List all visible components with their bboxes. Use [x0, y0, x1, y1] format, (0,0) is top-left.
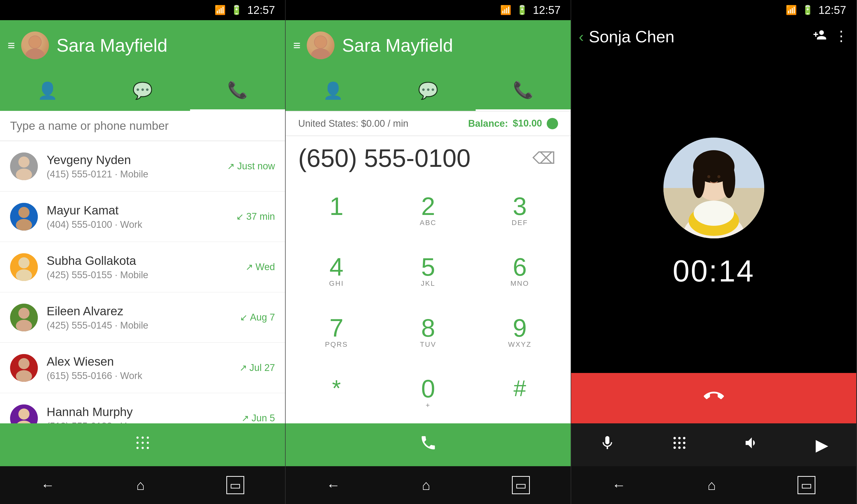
svg-point-1: [26, 48, 45, 59]
arrow-eileen: ↙: [240, 312, 248, 323]
dial-key-star[interactable]: *: [291, 363, 382, 423]
signal-icon: 📶: [215, 5, 226, 15]
header-avatar-1[interactable]: [21, 32, 49, 59]
tab-phone-1[interactable]: 📞: [190, 70, 285, 111]
svg-point-39: [723, 163, 735, 198]
back-to-calls-btn[interactable]: ‹: [579, 28, 584, 45]
letters-5: JKL: [421, 280, 435, 288]
dial-key-hash[interactable]: #: [474, 363, 566, 423]
call-avatar-sonja: [663, 138, 764, 238]
dial-key-3[interactable]: 3 DEF: [474, 180, 566, 241]
delete-button[interactable]: ⌫: [530, 146, 558, 170]
time-3: 12:57: [819, 4, 846, 16]
contact-info-mayur: Mayur Kamat (404) 555-0100 · Work: [47, 203, 236, 230]
call-top-bar: ‹ Sonja Chen ⋮: [571, 20, 856, 53]
status-bar-2: 📶 🔋 12:57: [286, 0, 571, 20]
digit-2: 2: [421, 194, 435, 219]
svg-point-48: [678, 442, 681, 444]
tab-bar-1: 👤 💬 📞: [0, 70, 285, 111]
call-item-yevgeny[interactable]: Yevgeny Nyden (415) 555-0121 · Mobile ↗ …: [0, 141, 285, 191]
svg-point-16: [18, 358, 30, 369]
tab-phone-2[interactable]: 📞: [476, 70, 571, 111]
panel-recent-calls: 📶 🔋 12:57 ≡ Sara Mayfield 👤 💬 📞: [0, 0, 286, 504]
svg-point-46: [683, 437, 686, 439]
search-input-1[interactable]: [10, 119, 275, 133]
call-icon-2: [419, 434, 437, 456]
dial-key-7[interactable]: 7 PQRS: [291, 302, 382, 363]
digit-4: 4: [330, 254, 343, 280]
time-subha: Wed: [256, 262, 275, 272]
call-item-subha[interactable]: Subha Gollakota (425) 555-0155 · Mobile …: [0, 242, 285, 292]
end-call-icon[interactable]: [704, 386, 724, 411]
back-nav-2[interactable]: ←: [326, 477, 340, 493]
tab-contacts-1[interactable]: 👤: [0, 70, 95, 111]
call-item-eileen[interactable]: Eileen Alvarez (425) 555-0145 · Mobile ↙…: [0, 292, 285, 343]
dialed-number: (650) 555-0100: [298, 144, 530, 173]
call-item-hannah[interactable]: Hannah Murphy (513) 555-0188 · Home ↗ Ju…: [0, 393, 285, 423]
dialer-info-bar: United States: $0.00 / min Balance: $10.…: [286, 111, 571, 136]
tab-messages-1[interactable]: 💬: [95, 70, 190, 111]
digit-5: 5: [421, 254, 435, 280]
call-item-mayur[interactable]: Mayur Kamat (404) 555-0100 · Work ↙ 37 m…: [0, 191, 285, 242]
contact-detail-eileen: (425) 555-0145 · Mobile: [47, 320, 240, 331]
dialpad-fab-1[interactable]: [0, 423, 285, 466]
phone-icon-tab-2: 📞: [513, 80, 533, 100]
end-call-bar[interactable]: [571, 373, 856, 423]
svg-point-52: [683, 447, 686, 449]
contact-info-subha: Subha Gollakota (425) 555-0155 · Mobile: [47, 254, 246, 281]
letters-0: +: [426, 401, 431, 410]
dial-key-4[interactable]: 4 GHI: [291, 241, 382, 302]
contact-detail-subha: (425) 555-0155 · Mobile: [47, 270, 246, 281]
recents-nav-1[interactable]: ▭: [226, 476, 244, 494]
avatar-subha: [10, 253, 38, 281]
chevron-right-icon[interactable]: ▶: [816, 435, 828, 454]
svg-point-14: [16, 320, 32, 331]
call-item-alex[interactable]: Alex Wiesen (615) 555-0166 · Work ↗ Jul …: [0, 343, 285, 393]
tab-contacts-2[interactable]: 👤: [286, 70, 381, 111]
dial-key-2[interactable]: 2 ABC: [382, 180, 474, 241]
add-contact-call-icon[interactable]: [813, 28, 827, 45]
svg-point-5: [16, 169, 32, 180]
svg-point-49: [683, 442, 686, 444]
mute-icon[interactable]: [599, 435, 616, 455]
svg-point-32: [315, 36, 327, 48]
keypad-icon[interactable]: [671, 435, 688, 455]
speaker-icon[interactable]: [743, 435, 760, 455]
call-time-subha: ↗ Wed: [246, 262, 275, 272]
dialpad-icon-1: [134, 434, 151, 456]
home-nav-3[interactable]: ⌂: [707, 477, 716, 493]
nav-bar-2: ← ⌂ ▭: [286, 466, 571, 504]
svg-point-21: [136, 436, 139, 439]
add-balance-btn[interactable]: +: [547, 118, 558, 129]
dial-key-6[interactable]: 6 MNO: [474, 241, 566, 302]
digit-7: 7: [330, 315, 343, 340]
header-avatar-2[interactable]: [307, 32, 335, 59]
dial-key-9[interactable]: 9 WXYZ: [474, 302, 566, 363]
svg-point-44: [673, 437, 676, 439]
tab-messages-2[interactable]: 💬: [381, 70, 476, 111]
home-nav-1[interactable]: ⌂: [136, 477, 145, 493]
dial-key-5[interactable]: 5 JKL: [382, 241, 474, 302]
back-nav-3[interactable]: ←: [612, 477, 626, 493]
svg-point-19: [18, 408, 30, 420]
dial-key-0[interactable]: 0 +: [382, 363, 474, 423]
balance-amount: $10.00: [513, 118, 542, 129]
menu-icon-1[interactable]: ≡: [7, 38, 15, 53]
recents-nav-3[interactable]: ▭: [797, 476, 816, 494]
menu-icon-2[interactable]: ≡: [293, 38, 300, 53]
call-fab-2[interactable]: [286, 423, 571, 466]
time-2: 12:57: [533, 4, 560, 16]
time-hannah: Jun 5: [252, 413, 275, 423]
svg-point-50: [673, 447, 676, 449]
signal-icon-3: 📶: [786, 5, 797, 15]
recents-nav-2[interactable]: ▭: [512, 476, 530, 494]
contact-name-alex: Alex Wiesen: [47, 355, 239, 368]
call-time-yevgeny: ↗ Just now: [227, 161, 275, 172]
contacts-icon-1: 👤: [37, 81, 58, 100]
more-options-icon[interactable]: ⋮: [834, 28, 849, 45]
dial-key-8[interactable]: 8 TUV: [382, 302, 474, 363]
home-nav-2[interactable]: ⌂: [422, 477, 430, 493]
back-nav-1[interactable]: ←: [41, 477, 55, 493]
header-title-2: Sara Mayfield: [342, 35, 563, 56]
dial-key-1[interactable]: 1: [291, 180, 382, 241]
